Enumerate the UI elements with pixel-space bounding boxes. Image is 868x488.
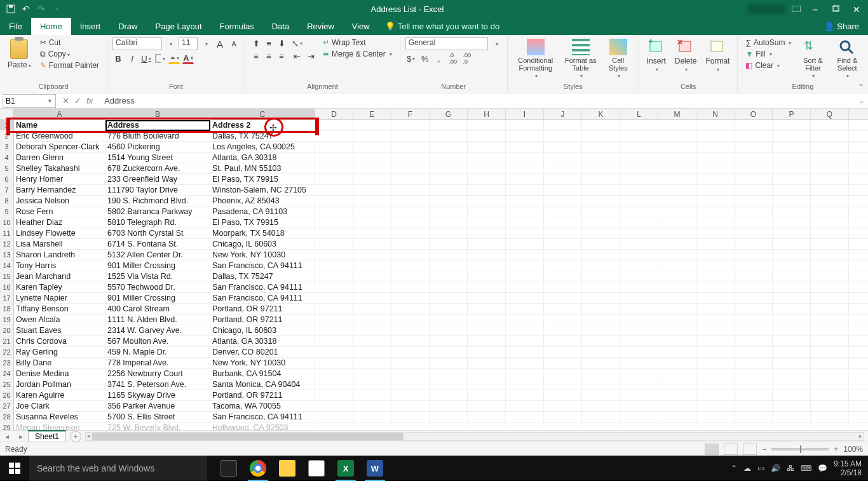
cell[interactable] <box>468 131 506 141</box>
increase-font-icon[interactable]: A <box>214 38 226 50</box>
column-header[interactable]: E <box>353 109 391 119</box>
cell[interactable] <box>620 293 658 303</box>
accounting-format-button[interactable]: $ <box>405 53 417 64</box>
sort-filter-button[interactable]: ⇅Sort & Filter <box>797 37 828 80</box>
cell[interactable] <box>544 207 582 217</box>
cell[interactable] <box>582 271 620 281</box>
cell[interactable] <box>353 347 391 357</box>
cell[interactable] <box>658 401 696 411</box>
word-app[interactable]: W <box>362 456 388 481</box>
cell[interactable] <box>658 217 696 227</box>
cell[interactable] <box>620 131 658 141</box>
cell[interactable]: San Francisco, CA 94111 <box>210 282 315 292</box>
italic-button[interactable]: I <box>126 53 138 64</box>
cell[interactable] <box>353 282 391 292</box>
cell[interactable]: 1165 Skyway Drive <box>105 390 210 400</box>
cell[interactable] <box>315 412 353 422</box>
cell[interactable]: Lisa Marshell <box>14 239 105 249</box>
increase-indent-icon[interactable]: ⇥ <box>305 50 316 62</box>
cell[interactable] <box>696 152 735 163</box>
align-bottom-icon[interactable]: ⬇ <box>276 37 287 49</box>
cell[interactable]: Los Angeles, CA 90025 <box>210 142 315 152</box>
cell[interactable] <box>544 120 582 130</box>
cell[interactable]: Name <box>14 120 105 130</box>
cell[interactable] <box>544 390 582 400</box>
cell[interactable] <box>811 120 849 130</box>
font-color-button[interactable]: A <box>182 53 194 64</box>
font-family-picker[interactable]: Calibri <box>112 37 162 50</box>
cell[interactable]: Winston-Salem, NC 27105 <box>210 185 315 195</box>
column-header[interactable]: I <box>506 109 544 119</box>
tab-review[interactable]: Review <box>298 18 343 35</box>
zoom-level[interactable]: 100% <box>843 445 863 454</box>
cell[interactable]: Stuart Eaves <box>14 325 105 336</box>
cell[interactable] <box>468 293 506 303</box>
cell[interactable] <box>620 261 658 271</box>
cell[interactable] <box>620 282 658 292</box>
cell[interactable]: 725 W. Beverly Blvd. <box>105 423 210 430</box>
cell[interactable] <box>811 163 849 173</box>
cell[interactable] <box>811 347 849 357</box>
cell[interactable] <box>811 401 849 411</box>
cell[interactable] <box>391 347 430 357</box>
volume-icon[interactable]: 🔊 <box>771 464 780 473</box>
cell[interactable] <box>658 304 696 314</box>
cell[interactable] <box>544 315 582 325</box>
wrap-text-button[interactable]: ↵Wrap Text <box>320 37 395 48</box>
cell[interactable] <box>391 379 430 390</box>
column-header[interactable]: K <box>582 109 620 119</box>
cell[interactable] <box>430 217 468 227</box>
cell[interactable]: 6714 S. Fontana St. <box>105 239 210 249</box>
row-header[interactable]: 4 <box>0 152 13 163</box>
cell[interactable] <box>658 239 696 249</box>
cell[interactable] <box>544 142 582 152</box>
cell[interactable]: Pasadena, CA 91103 <box>210 207 315 217</box>
cell[interactable] <box>506 293 544 303</box>
cell[interactable] <box>506 347 544 357</box>
action-center-icon[interactable]: 💬 <box>818 464 827 473</box>
zoom-slider[interactable] <box>771 448 829 451</box>
cell[interactable] <box>620 228 658 238</box>
cell[interactable]: 5810 Telegraph Rd. <box>105 217 210 227</box>
row-header[interactable]: 3 <box>0 142 13 152</box>
cell[interactable] <box>353 401 391 411</box>
cell[interactable] <box>811 390 849 400</box>
cell[interactable]: 111790 Taylor Drive <box>105 185 210 195</box>
cell[interactable] <box>658 261 696 271</box>
cell[interactable] <box>735 228 773 238</box>
cell[interactable] <box>391 423 430 430</box>
cell[interactable]: Dallas, TX 75247 <box>210 271 315 281</box>
row-header[interactable]: 13 <box>0 250 13 261</box>
file-explorer-app[interactable] <box>275 456 300 481</box>
cell[interactable] <box>658 325 696 336</box>
cell[interactable] <box>735 347 773 357</box>
cell[interactable] <box>391 207 430 217</box>
cell[interactable] <box>468 358 506 368</box>
cell[interactable] <box>506 185 544 195</box>
cell[interactable] <box>315 401 353 411</box>
cell[interactable] <box>468 228 506 238</box>
cell[interactable] <box>735 152 773 163</box>
cell[interactable] <box>735 358 773 368</box>
cell[interactable]: Atlanta, GA 30318 <box>210 152 315 163</box>
cell[interactable] <box>506 120 544 130</box>
column-header[interactable]: F <box>391 109 430 119</box>
cell[interactable] <box>735 250 773 260</box>
cell[interactable] <box>391 120 430 130</box>
cell[interactable] <box>620 207 658 217</box>
row-header[interactable]: 15 <box>0 271 13 282</box>
cell[interactable] <box>391 325 430 336</box>
cell[interactable] <box>468 207 506 217</box>
cell[interactable] <box>468 412 506 422</box>
cell[interactable] <box>773 207 811 217</box>
cell[interactable]: 3741 S. Peterson Ave. <box>105 379 210 390</box>
cell[interactable] <box>353 423 391 430</box>
cell[interactable] <box>353 315 391 325</box>
cell[interactable] <box>315 207 353 217</box>
cell[interactable] <box>315 228 353 238</box>
cell[interactable] <box>315 390 353 400</box>
cell[interactable] <box>506 207 544 217</box>
cell[interactable]: Santa Monica, CA 90404 <box>210 379 315 390</box>
cell[interactable] <box>735 271 773 281</box>
cell[interactable] <box>353 163 391 173</box>
